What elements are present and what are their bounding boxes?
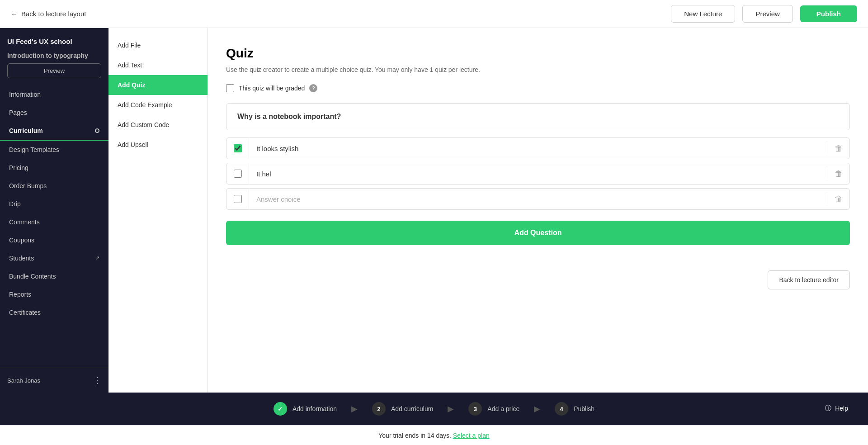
progress-step-2: 2 Add curriculum xyxy=(358,402,448,416)
answer-3-check-cell xyxy=(226,189,249,209)
help-button[interactable]: ⓘ Help xyxy=(816,399,857,418)
sidebar-item-comments-label: Comments xyxy=(9,218,40,226)
sidebar-item-reports[interactable]: Reports xyxy=(0,285,108,303)
trial-banner: Your trial ends in 14 days. Select a pla… xyxy=(0,425,868,445)
step-divider-2: ▶ xyxy=(448,404,454,414)
progress-bar: ✓ Add information ▶ 2 Add curriculum ▶ 3… xyxy=(0,393,868,425)
back-to-lecture-layout-link[interactable]: ← Back to lecture layout xyxy=(11,10,86,18)
help-icon[interactable]: ? xyxy=(309,84,317,92)
sidebar: UI Feed's UX school Introduction to typo… xyxy=(0,28,108,393)
trial-text: Your trial ends in 14 days. xyxy=(378,432,451,439)
sidebar-item-pricing-label: Pricing xyxy=(9,164,28,171)
content-sidebar: Add File Add Text Add Quiz Add Code Exam… xyxy=(108,28,208,393)
sidebar-item-pricing[interactable]: Pricing xyxy=(0,159,108,177)
progress-step-4: 4 Publish xyxy=(540,402,609,416)
app-title: UI Feed's UX school xyxy=(0,28,108,50)
progress-step-1: ✓ Add information xyxy=(259,402,351,416)
quiz-title: Quiz xyxy=(226,46,850,61)
sidebar-preview-button[interactable]: Preview xyxy=(7,63,101,78)
sidebar-item-information[interactable]: Information xyxy=(0,85,108,104)
external-link-icon: ↗ xyxy=(95,255,99,261)
new-lecture-button[interactable]: New Lecture xyxy=(671,5,735,23)
main-layout: UI Feed's UX school Introduction to typo… xyxy=(0,28,868,393)
help-label: Help xyxy=(835,405,848,412)
sidebar-item-curriculum[interactable]: Curriculum xyxy=(0,122,108,141)
back-to-editor-button[interactable]: Back to lecture editor xyxy=(768,270,850,289)
sidebar-item-drip[interactable]: Drip xyxy=(0,195,108,213)
select-plan-link[interactable]: Select a plan xyxy=(453,432,490,439)
question-input[interactable] xyxy=(226,103,850,130)
sidebar-item-design-templates-label: Design Templates xyxy=(9,146,59,153)
more-options-icon[interactable]: ⋮ xyxy=(93,375,101,385)
sidebar-item-students-label: Students xyxy=(9,255,34,262)
sidebar-item-certificates-label: Certificates xyxy=(9,309,41,316)
sidebar-item-bundle-contents[interactable]: Bundle Contents xyxy=(0,267,108,285)
step-4-number: 4 xyxy=(555,402,568,416)
publish-button[interactable]: Publish xyxy=(800,5,857,22)
content-sidebar-add-code-example[interactable]: Add Code Example xyxy=(108,95,208,115)
sidebar-item-pages-label: Pages xyxy=(9,109,27,116)
content-area: Quiz Use the quiz creator to create a mu… xyxy=(208,28,868,393)
answer-3-checkbox[interactable] xyxy=(234,195,242,203)
answer-1-delete-button[interactable]: 🗑 xyxy=(827,144,849,153)
answer-3-delete-button[interactable]: 🗑 xyxy=(827,194,849,204)
graded-label: This quiz will be graded xyxy=(239,85,305,92)
chevron-left-icon: ← xyxy=(11,10,18,18)
step-2-number: 2 xyxy=(372,402,386,416)
step-1-number: ✓ xyxy=(274,402,287,416)
answer-1-check-cell xyxy=(226,138,249,159)
answer-2-input[interactable] xyxy=(249,164,827,184)
graded-checkbox[interactable] xyxy=(226,84,234,92)
sidebar-item-order-bumps-label: Order Bumps xyxy=(9,182,47,189)
sidebar-item-coupons[interactable]: Coupons xyxy=(0,231,108,249)
answer-row-1: 🗑 xyxy=(226,137,850,159)
step-4-label: Publish xyxy=(574,405,594,412)
step-divider-1: ▶ xyxy=(351,404,358,414)
sidebar-item-pages[interactable]: Pages xyxy=(0,104,108,122)
quiz-subtitle: Use the quiz creator to create a multipl… xyxy=(226,66,850,73)
step-divider-3: ▶ xyxy=(534,404,540,414)
answer-row-2: 🗑 xyxy=(226,163,850,185)
content-sidebar-add-text[interactable]: Add Text xyxy=(108,55,208,75)
preview-button[interactable]: Preview xyxy=(742,5,793,23)
step-3-label: Add a price xyxy=(487,405,519,412)
topbar: ← Back to lecture layout New Lecture Pre… xyxy=(0,0,868,28)
help-circle-icon: ⓘ xyxy=(825,404,831,412)
sidebar-item-order-bumps[interactable]: Order Bumps xyxy=(0,177,108,195)
sidebar-item-reports-label: Reports xyxy=(9,291,31,298)
course-title: Introduction to typography xyxy=(0,50,108,60)
content-sidebar-add-upsell[interactable]: Add Upsell xyxy=(108,135,208,155)
sidebar-item-certificates[interactable]: Certificates xyxy=(0,303,108,322)
answer-row-3: 🗑 xyxy=(226,188,850,210)
content-sidebar-add-custom-code[interactable]: Add Custom Code xyxy=(108,115,208,135)
answer-1-input[interactable] xyxy=(249,138,827,159)
step-3-number: 3 xyxy=(468,402,482,416)
back-link-label: Back to lecture layout xyxy=(21,10,86,18)
add-question-button[interactable]: Add Question xyxy=(226,221,850,245)
step-2-label: Add curriculum xyxy=(391,405,433,412)
user-name: Sarah Jonas xyxy=(7,377,40,384)
sidebar-item-bundle-contents-label: Bundle Contents xyxy=(9,273,56,280)
sidebar-item-students[interactable]: Students ↗ xyxy=(0,249,108,267)
content-sidebar-add-quiz[interactable]: Add Quiz xyxy=(108,75,208,95)
sidebar-item-design-templates[interactable]: Design Templates xyxy=(0,141,108,159)
sidebar-item-coupons-label: Coupons xyxy=(9,237,34,244)
sidebar-item-curriculum-label: Curriculum xyxy=(9,127,43,134)
curriculum-badge xyxy=(95,128,99,133)
step-1-label: Add information xyxy=(292,405,337,412)
sidebar-item-drip-label: Drip xyxy=(9,200,21,208)
sidebar-item-information-label: Information xyxy=(9,91,41,98)
answer-2-delete-button[interactable]: 🗑 xyxy=(827,169,849,179)
sidebar-item-comments[interactable]: Comments xyxy=(0,213,108,231)
answer-2-check-cell xyxy=(226,163,249,184)
answer-1-checkbox[interactable] xyxy=(234,144,242,152)
sidebar-bottom: Sarah Jonas ⋮ xyxy=(0,368,108,393)
content-sidebar-add-file[interactable]: Add File xyxy=(108,35,208,55)
graded-row: This quiz will be graded ? xyxy=(226,84,850,92)
progress-step-3: 3 Add a price xyxy=(454,402,534,416)
answer-2-checkbox[interactable] xyxy=(234,170,242,178)
answer-3-input[interactable] xyxy=(249,189,827,209)
